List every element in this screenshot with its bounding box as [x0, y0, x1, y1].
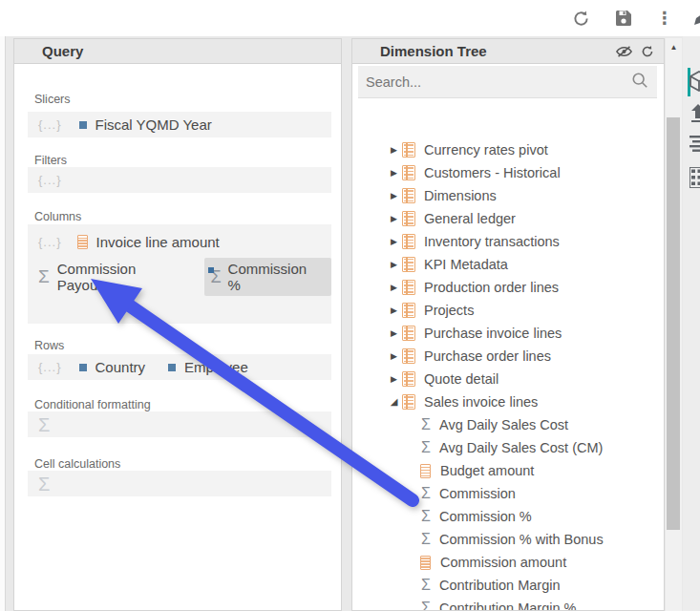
dimension-tree: ▶Currency rates pivot ▶Customers - Histo… [352, 100, 664, 610]
tree-node-quote-detail[interactable]: ▶Quote detail [352, 368, 664, 390]
tree-node-dimensions[interactable]: ▶Dimensions [352, 184, 664, 207]
table-icon [402, 234, 415, 249]
columns-chip-commission-pct[interactable]: Σ Commission % [204, 258, 331, 296]
columns-label: Columns [34, 210, 81, 223]
tree-node-label: Commission % [439, 509, 532, 524]
conditional-formatting-label: Conditional formatting [34, 398, 151, 411]
expand-arrow-icon[interactable]: ▶ [389, 261, 399, 269]
tree-node-label: General ledger [424, 211, 516, 226]
slicers-dropzone[interactable]: {...} Fiscal YQMD Year [28, 112, 331, 137]
tree-node-production-order-lines[interactable]: ▶Production order lines [352, 276, 664, 299]
query-panel: Query Slicers {...} Fiscal YQMD Year Fil… [13, 38, 342, 611]
dimension-tree-panel: Dimension Tree ▶Currency rates pivot ▶Cu… [351, 38, 665, 611]
table-icon [402, 394, 415, 410]
rows-item-employee[interactable]: Employee [184, 359, 248, 375]
tree-measure-budget-amount[interactable]: Budget amount [352, 459, 664, 482]
table-icon [402, 303, 415, 318]
scroll-up-icon[interactable]: ▲ [666, 38, 682, 55]
tree-measure-avg-daily-sales-cost-cm[interactable]: ΣAvg Daily Sales Cost (CM) [352, 436, 664, 459]
list-tool-icon[interactable] [689, 135, 700, 156]
tree-node-general-ledger[interactable]: ▶General ledger [352, 207, 664, 230]
conditional-formatting-dropzone[interactable]: Σ [28, 411, 331, 437]
table-icon [402, 371, 415, 387]
scrollbar-thumb[interactable] [667, 117, 680, 530]
braces-icon: {...} [38, 360, 62, 374]
tree-node-label: Contribution Margin [439, 578, 561, 593]
tree-node-label: Quote detail [424, 371, 498, 387]
film-tool-icon[interactable] [689, 167, 700, 192]
collapse-arrow-icon[interactable]: ◢ [389, 397, 399, 407]
table-icon [402, 165, 415, 180]
tree-node-label: Commission amount [440, 555, 566, 570]
table-icon [402, 348, 415, 364]
expand-arrow-icon[interactable]: ▶ [389, 215, 399, 223]
search-icon [631, 72, 648, 93]
query-panel-body: Slicers {...} Fiscal YQMD Year Filters {… [14, 64, 341, 611]
filters-label: Filters [34, 154, 67, 167]
expand-arrow-icon[interactable]: ▶ [389, 284, 399, 292]
dimension-tree-header: Dimension Tree [352, 39, 664, 64]
tree-node-label: Commission % with Bonus [439, 532, 604, 547]
tree-node-label: Avg Daily Sales Cost [439, 417, 568, 432]
expand-arrow-icon[interactable]: ▶ [389, 192, 399, 200]
tree-measure-commission[interactable]: ΣCommission [352, 482, 664, 505]
tree-node-projects[interactable]: ▶Projects [352, 299, 664, 322]
expand-arrow-icon[interactable]: ▶ [389, 146, 399, 155]
sigma-icon: Σ [418, 532, 434, 547]
upload-tool-icon[interactable] [689, 103, 700, 126]
tree-scrollbar[interactable]: ▲ [666, 38, 682, 611]
tree-measure-commission-pct-with-bonus[interactable]: ΣCommission % with Bonus [352, 528, 664, 551]
left-panel-edge [0, 36, 6, 611]
tree-node-inventory-transactions[interactable]: ▶Inventory transactions [352, 230, 664, 253]
tree-node-purchase-order-lines[interactable]: ▶Purchase order lines [352, 345, 664, 368]
columns-item-invoice-line-amount[interactable]: Invoice line amount [96, 234, 220, 250]
kebab-menu-icon[interactable]: ⋮ [653, 7, 676, 30]
columns-dropzone[interactable]: {...} Invoice line amount Σ Commission P… [28, 224, 331, 324]
right-dock-strip [683, 36, 700, 611]
tree-node-label: Contribution Margin % [439, 600, 576, 611]
expand-arrow-icon[interactable]: ▶ [389, 169, 399, 178]
cell-calculations-label: Cell calculations [34, 457, 120, 471]
table-icon [402, 188, 415, 203]
rows-dropzone[interactable]: {...} Country Employee [28, 354, 331, 380]
tree-node-purchase-invoice-lines[interactable]: ▶Purchase invoice lines [352, 322, 664, 345]
hide-empty-eye-slash-icon[interactable] [616, 45, 632, 58]
save-icon[interactable] [612, 7, 635, 30]
tree-measure-contribution-margin-pct[interactable]: ΣContribution Margin % [352, 597, 664, 611]
columns-item-commission-payout[interactable]: Commission Payout [57, 261, 184, 293]
tree-measure-commission-amount[interactable]: Commission amount [352, 551, 664, 574]
measure-doc-icon [420, 556, 431, 570]
expand-arrow-icon[interactable]: ▶ [389, 306, 399, 315]
dimension-square-icon [79, 364, 87, 371]
top-toolbar: ⋮ [0, 0, 700, 36]
braces-icon: {...} [38, 173, 62, 187]
chip-label: Commission % [228, 261, 323, 293]
table-icon [402, 280, 415, 295]
tree-refresh-icon[interactable] [641, 45, 654, 58]
tree-node-currency-rates-pivot[interactable]: ▶Currency rates pivot [352, 138, 664, 161]
tree-node-kpi-metadata[interactable]: ▶KPI Metadata [352, 253, 664, 276]
tree-node-customers-historical[interactable]: ▶Customers - Historical [352, 161, 664, 184]
table-icon [402, 211, 415, 226]
table-icon [402, 257, 415, 272]
tree-measure-avg-daily-sales-cost[interactable]: ΣAvg Daily Sales Cost [352, 413, 664, 436]
cell-calculations-dropzone[interactable]: Σ [28, 471, 331, 496]
tree-node-label: Projects [424, 303, 474, 318]
refresh-icon[interactable] [569, 7, 592, 30]
tree-node-sales-invoice-lines[interactable]: ◢Sales invoice lines [352, 390, 664, 413]
slicer-item-fiscal-yqmd-year[interactable]: Fiscal YQMD Year [95, 116, 212, 133]
expand-arrow-icon[interactable]: ▶ [389, 375, 399, 384]
tree-node-label: Commission [439, 486, 516, 501]
rows-item-country[interactable]: Country [95, 359, 146, 375]
tree-node-label: Inventory transactions [424, 234, 560, 249]
pen-icon[interactable] [689, 7, 700, 30]
tree-measure-commission-pct[interactable]: ΣCommission % [352, 505, 664, 528]
search-input[interactable] [358, 74, 631, 91]
tree-node-label: Production order lines [424, 280, 559, 295]
cube-tool-icon[interactable] [689, 71, 700, 95]
expand-arrow-icon[interactable]: ▶ [389, 329, 399, 338]
expand-arrow-icon[interactable]: ▶ [389, 352, 399, 361]
tree-measure-contribution-margin[interactable]: ΣContribution Margin [352, 574, 664, 597]
expand-arrow-icon[interactable]: ▶ [389, 238, 399, 246]
filters-dropzone[interactable]: {...} [28, 167, 331, 193]
